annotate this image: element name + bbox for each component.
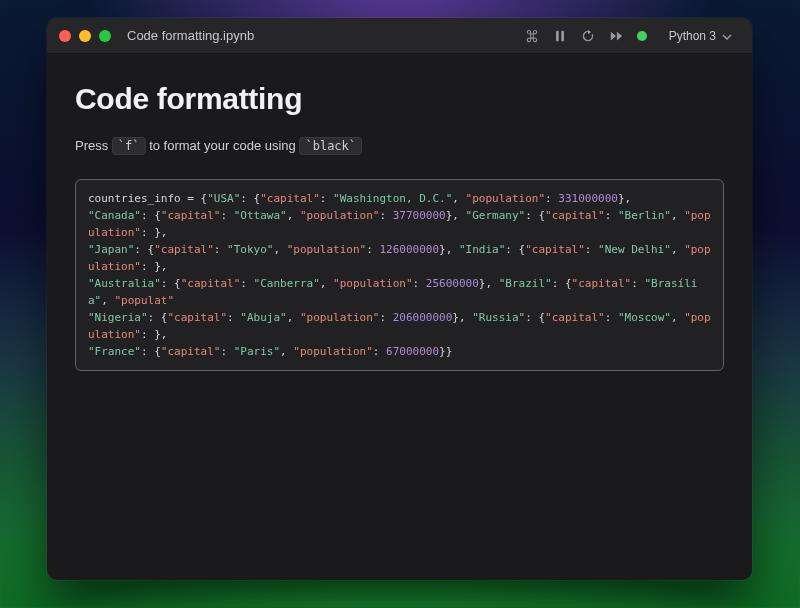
svg-rect-1 [561, 30, 564, 41]
minimize-icon[interactable] [79, 30, 91, 42]
window-title: Code formatting.ipynb [127, 28, 254, 43]
chevron-down-icon [722, 31, 732, 41]
instruction-middle: to format your code using [146, 138, 300, 153]
instruction-prefix: Press [75, 138, 112, 153]
kernel-status-indicator [637, 31, 647, 41]
instruction-text: Press `f` to format your code using `bla… [75, 138, 724, 153]
fast-forward-icon[interactable] [609, 29, 623, 43]
code-cell[interactable]: countries_info = {"USA": {"capital": "Wa… [75, 179, 724, 371]
command-icon[interactable] [525, 29, 539, 43]
code-content[interactable]: countries_info = {"USA": {"capital": "Wa… [88, 190, 711, 360]
close-icon[interactable] [59, 30, 71, 42]
kernel-label: Python 3 [669, 29, 716, 43]
pause-icon[interactable] [553, 29, 567, 43]
notebook-window: Code formatting.ipynb Python 3 [47, 18, 752, 580]
key-code: `f` [112, 137, 146, 155]
reload-icon[interactable] [581, 29, 595, 43]
page-title: Code formatting [75, 82, 724, 116]
window-controls [59, 30, 111, 42]
notebook-content: Code formatting Press `f` to format your… [47, 54, 752, 371]
toolbar-icons: Python 3 [525, 26, 740, 46]
zoom-icon[interactable] [99, 30, 111, 42]
kernel-selector[interactable]: Python 3 [661, 26, 740, 46]
svg-rect-0 [556, 30, 559, 41]
tool-code: `black` [299, 137, 362, 155]
titlebar: Code formatting.ipynb Python 3 [47, 18, 752, 54]
